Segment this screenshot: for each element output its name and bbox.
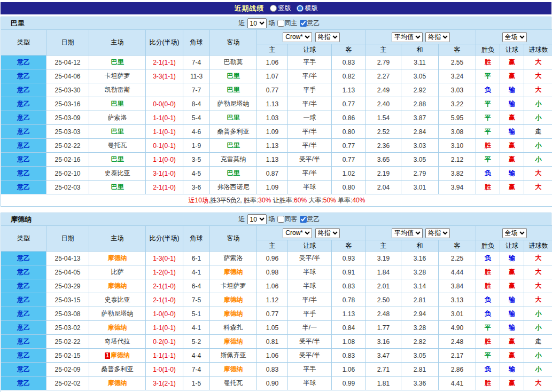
score-cell[interactable]: 2-1(1-1)	[146, 56, 183, 69]
score-cell[interactable]: 2-1(1-0)	[146, 293, 183, 307]
league-cell[interactable]: 意乙	[1, 307, 46, 321]
away-team-cell[interactable]: 巴里	[210, 83, 257, 97]
team-link[interactable]: 巴里	[227, 114, 240, 121]
home-team-cell[interactable]: 巴里	[89, 56, 146, 69]
euro-provider-select[interactable]: 平均值	[392, 228, 423, 238]
team-link[interactable]: 史泰比亚	[105, 169, 130, 177]
team-link[interactable]: 斯佩齐亚	[221, 351, 246, 359]
league-filter-option[interactable]: 意乙	[300, 215, 320, 224]
away-team-cell[interactable]: 克雷莫纳	[210, 153, 257, 167]
score-cell[interactable]: 1-1(0-1)	[146, 125, 183, 139]
euro-final-select[interactable]: 终指	[425, 228, 450, 238]
team-link[interactable]: 摩德纳	[108, 282, 127, 289]
team-link[interactable]: 巴里	[111, 100, 124, 107]
home-team-cell[interactable]: 摩德纳	[89, 252, 146, 265]
team-link[interactable]: 巴勒莫	[224, 58, 243, 66]
league-cell[interactable]: 意乙	[1, 153, 46, 167]
league-cell[interactable]: 意乙	[1, 349, 46, 363]
team-link[interactable]: 萨勒尼塔纳	[217, 100, 250, 107]
team-link[interactable]: 科森扎	[224, 324, 243, 331]
team-link[interactable]: 曼托瓦	[224, 379, 243, 387]
home-team-cell[interactable]: 比萨	[89, 265, 146, 279]
team-link[interactable]: 凯勒雷斯	[105, 86, 130, 93]
team-link[interactable]: 巴里	[111, 58, 124, 66]
vertical-radio[interactable]	[270, 5, 277, 12]
team-link[interactable]: 史泰比亚	[105, 296, 130, 303]
league-cell[interactable]: 意乙	[1, 181, 46, 194]
same-venue-checkbox[interactable]	[277, 216, 284, 223]
team-link[interactable]: 摩德纳	[224, 365, 243, 373]
games-count-select[interactable]: 10	[247, 18, 267, 28]
home-team-cell[interactable]: 摩德纳	[89, 279, 146, 293]
home-team-cell[interactable]: 卡坦萨罗	[89, 69, 146, 83]
score-cell[interactable]: 1-1(0-1)	[146, 111, 183, 125]
score-cell[interactable]: 2-1(1-0)	[146, 279, 183, 293]
league-cell[interactable]: 意乙	[1, 377, 46, 390]
team-link[interactable]: 摩德纳	[224, 338, 243, 345]
away-team-cell[interactable]: 摩德纳	[210, 335, 257, 349]
home-team-cell[interactable]: 巴里	[89, 153, 146, 167]
same-venue-checkbox[interactable]	[277, 20, 284, 27]
away-team-cell[interactable]: 萨勒尼塔纳	[210, 97, 257, 111]
asian-final-select[interactable]: 终指	[315, 228, 340, 238]
home-team-cell[interactable]: 巴里	[89, 125, 146, 139]
team-link[interactable]: 奇塔代拉	[105, 338, 130, 345]
team-link[interactable]: 萨索洛	[224, 254, 243, 262]
team-link[interactable]: 摩德纳	[108, 254, 127, 262]
away-team-cell[interactable]: 摩德纳	[210, 363, 257, 377]
team-link[interactable]: 萨勒尼塔纳	[102, 310, 134, 317]
team-link[interactable]: 萨索洛	[108, 114, 127, 121]
home-team-cell[interactable]: 摩德纳	[89, 377, 146, 390]
asian-provider-select[interactable]: Crow*	[283, 32, 312, 42]
team-link[interactable]: 摩德纳	[224, 296, 243, 303]
league-cell[interactable]: 意乙	[1, 321, 46, 335]
home-team-cell[interactable]: 摩德纳	[89, 321, 146, 335]
league-cell[interactable]: 意乙	[1, 111, 46, 125]
score-cell[interactable]: 3-1(2-1)	[146, 377, 183, 390]
layout-vertical-option[interactable]: 竖版	[270, 4, 291, 13]
asian-provider-select[interactable]: Crow*	[283, 228, 312, 238]
score-cell[interactable]: 3-1(1-0)	[146, 167, 183, 181]
home-team-cell[interactable]: 萨勒尼塔纳	[89, 307, 146, 321]
score-cell[interactable]: 0-0(0-0)	[146, 97, 183, 111]
score-cell[interactable]	[146, 83, 183, 97]
league-cell[interactable]: 意乙	[1, 167, 46, 181]
home-team-cell[interactable]: 巴里	[89, 97, 146, 111]
home-team-cell[interactable]: 凯勒雷斯	[89, 83, 146, 97]
home-team-cell[interactable]: 史泰比亚	[89, 293, 146, 307]
team-link[interactable]: 巴里	[227, 169, 240, 177]
away-team-cell[interactable]: 巴勒莫	[210, 56, 257, 69]
league-cell[interactable]: 意乙	[1, 293, 46, 307]
home-team-cell[interactable]: 巴里	[89, 181, 146, 194]
team-link[interactable]: 摩德纳	[108, 324, 127, 331]
team-link[interactable]: 克雷莫纳	[221, 155, 246, 163]
away-team-cell[interactable]: 巴里	[210, 167, 257, 181]
team-link[interactable]: 摩德纳	[108, 379, 127, 387]
away-team-cell[interactable]: 巴里	[210, 139, 257, 153]
home-team-cell[interactable]: 奇塔代拉	[89, 335, 146, 349]
fulltime-select[interactable]: 全场	[502, 228, 527, 238]
home-team-cell[interactable]: 桑普多利亚	[89, 363, 146, 377]
away-team-cell[interactable]: 弗洛西诺尼	[210, 181, 257, 194]
away-team-cell[interactable]: 斯佩齐亚	[210, 349, 257, 363]
score-cell[interactable]: 2-1(1-0)	[146, 181, 183, 194]
team-link[interactable]: 比萨	[111, 268, 124, 276]
same-venue-option[interactable]: 同主	[277, 19, 298, 28]
away-team-cell[interactable]: 摩德纳	[210, 293, 257, 307]
away-team-cell[interactable]: 巴里	[210, 69, 257, 83]
score-cell[interactable]: 1-1(1-1)	[146, 349, 183, 363]
league-cell[interactable]: 意乙	[1, 125, 46, 139]
team-link[interactable]: 桑普多利亚	[217, 128, 250, 135]
score-cell[interactable]: 1-1(0-1)	[146, 321, 183, 335]
layout-horizontal-option[interactable]: 横版	[297, 4, 318, 13]
league-cell[interactable]: 意乙	[1, 279, 46, 293]
league-cell[interactable]: 意乙	[1, 139, 46, 153]
home-team-cell[interactable]: 1摩德纳	[89, 349, 146, 363]
score-cell[interactable]: 1-0(0-0)	[146, 307, 183, 321]
score-cell[interactable]: 0-1(0-1)	[146, 139, 183, 153]
team-link[interactable]: 卡坦萨罗	[105, 72, 130, 80]
score-cell[interactable]: 1-0(1-0)	[146, 363, 183, 377]
away-team-cell[interactable]: 卡坦萨罗	[210, 279, 257, 293]
score-cell[interactable]: 1-3(0-1)	[146, 252, 183, 265]
team-link[interactable]: 巴里	[227, 72, 240, 80]
